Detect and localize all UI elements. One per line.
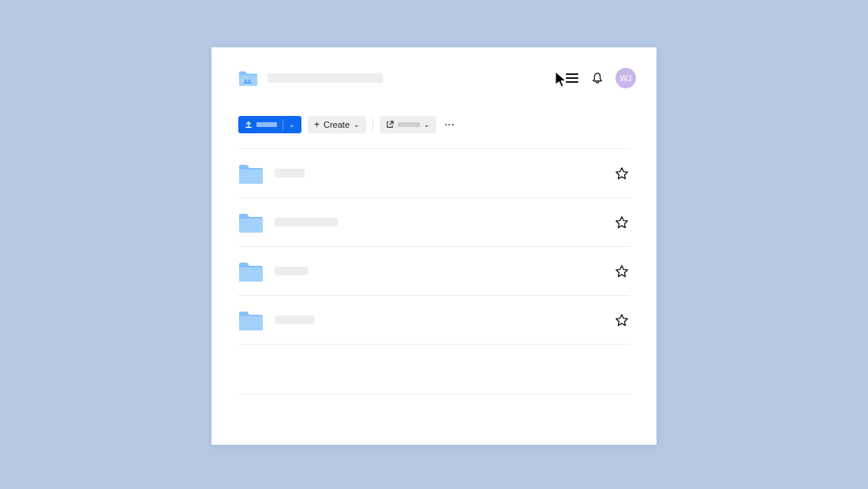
upload-label [256, 122, 277, 127]
star-button[interactable] [614, 263, 630, 279]
header-actions: WJ [565, 68, 636, 88]
avatar[interactable]: WJ [615, 68, 636, 88]
upload-icon [245, 121, 253, 129]
svg-point-0 [245, 80, 247, 82]
upload-button[interactable]: ⌄ [238, 116, 301, 133]
folder-icon [238, 310, 264, 330]
list-item[interactable] [238, 197, 630, 246]
more-button[interactable]: ··· [443, 116, 457, 133]
folder-icon [238, 261, 264, 282]
chevron-down-icon: ⌄ [354, 121, 360, 129]
item-name [275, 218, 338, 226]
app-window: WJ ⌄ + Create ⌄ ⌄ ··· [211, 47, 657, 445]
create-button[interactable]: + Create ⌄ [308, 116, 366, 133]
shared-folder-icon [238, 70, 258, 86]
share-label [398, 122, 420, 127]
create-label: Create [324, 120, 350, 129]
menu-icon[interactable] [565, 71, 579, 85]
bell-icon[interactable] [590, 71, 604, 85]
item-name [275, 267, 308, 275]
header: WJ [211, 65, 657, 91]
breadcrumb-title [268, 73, 383, 83]
list-item[interactable] [238, 295, 630, 344]
item-name [275, 169, 305, 177]
list-empty-row [238, 345, 630, 394]
svg-point-1 [249, 80, 251, 82]
toolbar-divider [372, 118, 373, 131]
star-button[interactable] [614, 166, 630, 181]
chevron-down-icon: ⌄ [424, 121, 430, 129]
folder-icon [238, 163, 264, 184]
toolbar: ⌄ + Create ⌄ ⌄ ··· [211, 115, 657, 134]
plus-icon: + [314, 120, 320, 129]
item-name [275, 315, 314, 324]
folder-icon [238, 212, 264, 233]
list-item[interactable] [238, 148, 630, 197]
chevron-down-icon[interactable]: ⌄ [289, 121, 295, 129]
star-button[interactable] [614, 312, 630, 328]
list-item[interactable] [238, 246, 630, 295]
star-button[interactable] [614, 215, 630, 230]
share-button[interactable]: ⌄ [380, 116, 436, 133]
open-external-icon [386, 121, 394, 129]
file-list [211, 148, 657, 344]
list-divider [238, 394, 630, 394]
